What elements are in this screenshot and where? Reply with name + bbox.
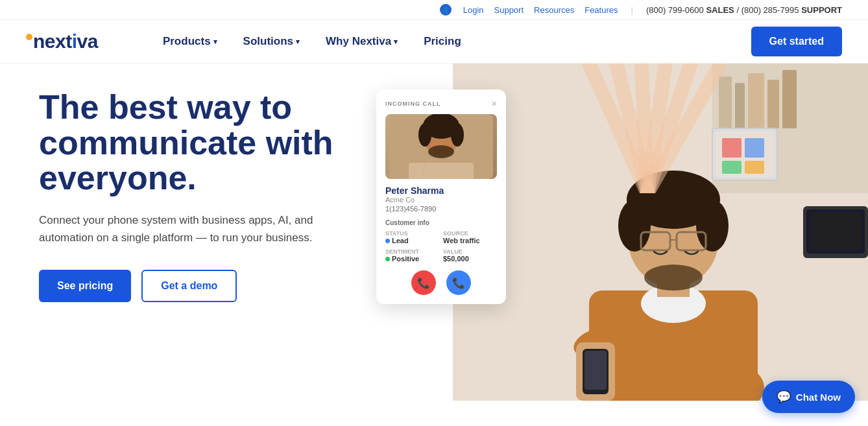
nav-products[interactable]: Products ▾ xyxy=(150,30,230,53)
main-nav: nextiva Products ▾ Solutions ▾ Why Nexti… xyxy=(0,20,868,64)
get-demo-button[interactable]: Get a demo xyxy=(141,270,237,302)
accept-call-button[interactable]: 📞 xyxy=(446,270,471,295)
logo[interactable]: nextiva xyxy=(26,30,98,53)
support-label: SUPPORT xyxy=(801,5,842,15)
chat-now-button[interactable]: 💬 Chat Now xyxy=(762,381,855,413)
logo-text: nextiva xyxy=(26,30,98,53)
caller-name: Peter Sharma xyxy=(385,185,497,196)
call-card: INCOMING CALL × xyxy=(376,89,506,304)
nav-solutions[interactable]: Solutions ▾ xyxy=(230,30,313,53)
nav-why-label: Why Nextiva xyxy=(326,35,391,48)
svg-rect-16 xyxy=(745,138,764,158)
svg-rect-11 xyxy=(767,80,779,128)
support-number: (800) 285-7995 xyxy=(741,5,799,15)
incoming-call-label: INCOMING CALL xyxy=(385,101,441,107)
svg-point-33 xyxy=(644,265,703,290)
svg-point-42 xyxy=(418,123,431,147)
customer-info-label: Customer info xyxy=(385,219,497,226)
svg-rect-37 xyxy=(585,351,607,390)
source-value: Web traffic xyxy=(443,237,497,244)
status-value: Lead xyxy=(385,237,439,244)
login-link[interactable]: Login xyxy=(463,5,484,15)
source-info: SOURCE Web traffic xyxy=(443,230,497,244)
close-call-button[interactable]: × xyxy=(492,99,497,109)
value-amount: $50,000 xyxy=(443,255,497,263)
hero-section: The best way to communicate with everyon… xyxy=(0,64,868,426)
caller-photo xyxy=(385,114,497,179)
svg-rect-21 xyxy=(810,213,862,250)
sales-number: (800) 799-0600 xyxy=(646,5,704,15)
support-link[interactable]: Support xyxy=(494,5,524,15)
decline-call-button[interactable]: 📞 xyxy=(411,270,436,295)
features-link[interactable]: Features xyxy=(585,5,618,15)
products-chevron-icon: ▾ xyxy=(213,38,217,46)
separator: | xyxy=(631,5,633,15)
status-info: STATUS Lead xyxy=(385,230,439,244)
why-chevron-icon: ▾ xyxy=(394,38,398,46)
status-label: STATUS xyxy=(385,230,439,237)
sentiment-value: Positive xyxy=(385,255,439,263)
value-info: VALUE $50,000 xyxy=(443,248,497,263)
resources-link[interactable]: Resources xyxy=(534,5,574,15)
nav-items: Products ▾ Solutions ▾ Why Nextiva ▾ Pri… xyxy=(150,30,751,53)
svg-point-29 xyxy=(696,200,729,252)
svg-rect-45 xyxy=(409,163,474,179)
decorative-rays xyxy=(557,64,738,193)
phone-numbers: (800) 799-0600 SALES / (800) 285-7995 SU… xyxy=(646,5,842,15)
hero-content: The best way to communicate with everyon… xyxy=(39,89,376,426)
phone-separator: / xyxy=(736,5,741,15)
caller-company: Acme Co xyxy=(385,196,497,204)
svg-point-43 xyxy=(451,123,464,147)
svg-rect-18 xyxy=(745,161,764,174)
call-card-header: INCOMING CALL × xyxy=(385,99,497,109)
hero-title: The best way to communicate with everyon… xyxy=(39,89,376,196)
top-bar: 👤 Login Support Resources Features | (80… xyxy=(0,0,868,20)
chat-icon: 💬 xyxy=(777,390,791,404)
sentiment-dot-icon xyxy=(385,257,390,261)
solutions-chevron-icon: ▾ xyxy=(296,38,300,46)
nav-products-label: Products xyxy=(163,35,211,48)
call-actions: 📞 📞 xyxy=(385,270,497,295)
nav-pricing[interactable]: Pricing xyxy=(411,30,474,53)
sentiment-info: SENTIMENT Positive xyxy=(385,248,439,263)
hero-subtitle: Connect your phone system with business … xyxy=(39,211,337,246)
info-grid: STATUS Lead SOURCE Web traffic SENTIMENT… xyxy=(385,230,497,263)
value-label: VALUE xyxy=(443,248,497,255)
sentiment-label: SENTIMENT xyxy=(385,248,439,255)
svg-rect-12 xyxy=(782,70,797,128)
sales-label: SALES xyxy=(706,5,734,15)
svg-point-28 xyxy=(618,200,651,252)
nav-solutions-label: Solutions xyxy=(243,35,293,48)
source-label: SOURCE xyxy=(443,230,497,237)
svg-rect-10 xyxy=(748,73,764,128)
hero-buttons: See pricing Get a demo xyxy=(39,270,376,302)
nav-why-nextiva[interactable]: Why Nextiva ▾ xyxy=(313,30,411,53)
login-icon: 👤 xyxy=(440,4,452,16)
chat-now-label: Chat Now xyxy=(796,392,841,403)
see-pricing-button[interactable]: See pricing xyxy=(39,270,131,302)
logo-dot xyxy=(26,34,32,40)
get-started-button[interactable]: Get started xyxy=(751,27,842,56)
status-dot-icon xyxy=(385,239,390,243)
svg-point-44 xyxy=(428,145,454,158)
caller-phone: 1(123)456-7890 xyxy=(385,205,497,213)
